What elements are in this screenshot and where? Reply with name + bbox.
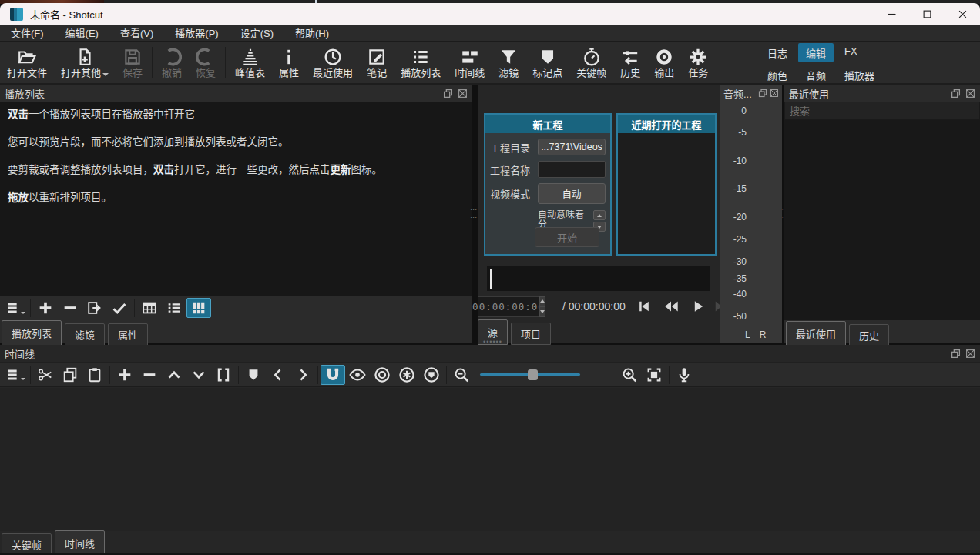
tab-keyframes[interactable]: 关键帧 [2, 533, 52, 555]
float-panel-icon[interactable] [758, 89, 767, 98]
tab-project[interactable]: 项目 [511, 323, 551, 345]
scrub-while-dragging-button[interactable] [345, 365, 370, 385]
copy-button[interactable] [58, 365, 82, 385]
recent-files-list[interactable] [784, 120, 980, 320]
float-panel-icon[interactable] [951, 89, 961, 99]
zoom-fit-button[interactable] [642, 365, 666, 385]
eye-icon [348, 366, 367, 384]
layout-logging-button[interactable]: 日志 [760, 43, 795, 62]
tab-playlist[interactable]: 播放列表 [2, 320, 62, 346]
project-name-input[interactable] [538, 161, 606, 178]
project-folder-button[interactable]: ...7371\Videos [538, 139, 606, 155]
timeline-button[interactable]: 时间线 [448, 45, 492, 80]
zoom-out-button[interactable] [449, 365, 474, 385]
ripple-markers-button[interactable] [419, 365, 444, 385]
menu-player[interactable]: 播放器(P) [164, 25, 229, 40]
scroll-up-button[interactable] [593, 210, 606, 220]
marker-button[interactable] [241, 365, 266, 385]
overwrite-button[interactable] [186, 365, 211, 385]
playhead-cursor[interactable] [490, 269, 492, 289]
timeline-tracks-area[interactable] [0, 388, 980, 531]
ripple-all-tracks-button[interactable] [394, 365, 419, 385]
skip-to-start-button[interactable] [636, 299, 652, 314]
timecode-spinbox[interactable]: 00:00:00:00 [478, 296, 539, 317]
search-input[interactable] [784, 102, 980, 120]
save-button[interactable]: 保存 [116, 45, 149, 80]
layout-player-button[interactable]: 播放器 [837, 65, 882, 85]
layout-color-button[interactable]: 颜色 [760, 65, 795, 85]
open-other-button[interactable]: 打开其他 [54, 45, 116, 80]
export-button[interactable]: 输出 [647, 45, 681, 80]
layout-fx-button[interactable]: FX [837, 43, 865, 62]
peak-meter-label: 峰值表 [235, 68, 265, 79]
fast-rewind-button[interactable] [663, 298, 680, 315]
stopwatch-icon [582, 47, 602, 67]
playlist-menu-button[interactable] [3, 298, 28, 318]
record-audio-button[interactable] [672, 365, 696, 385]
menu-view[interactable]: 查看(V) [109, 25, 164, 40]
lift-button[interactable] [162, 365, 186, 385]
playlist-add-button[interactable] [33, 298, 58, 318]
peak-meter-button[interactable]: 峰值表 [228, 45, 272, 80]
split-button[interactable] [211, 365, 236, 385]
close-panel-icon[interactable] [965, 349, 975, 359]
playlist-ok-button[interactable] [107, 298, 132, 318]
tab-properties[interactable]: 属性 [108, 323, 148, 346]
zoom-in-button[interactable] [617, 365, 642, 385]
properties-button[interactable]: 属性 [272, 45, 306, 80]
keyframes-button[interactable]: 关键帧 [569, 45, 613, 80]
timecode-down-button[interactable] [539, 306, 545, 317]
close-button[interactable] [945, 3, 980, 25]
menu-help[interactable]: 帮助(H) [284, 25, 340, 40]
layout-editing-button[interactable]: 编辑 [798, 43, 834, 62]
timeline-menu-button[interactable] [3, 365, 28, 385]
menu-edit[interactable]: 编辑(E) [55, 25, 109, 40]
jobs-button[interactable]: 任务 [681, 45, 715, 80]
append-button[interactable] [112, 365, 137, 385]
menu-file[interactable]: 文件(F) [0, 25, 55, 40]
markers-button[interactable]: 标记点 [525, 45, 569, 80]
tab-filters[interactable]: 滤镜 [65, 323, 105, 346]
float-panel-icon[interactable] [951, 349, 961, 359]
ripple-delete-button[interactable] [137, 365, 162, 385]
paste-button[interactable] [82, 365, 107, 385]
playlist-tile-view-button[interactable] [162, 298, 186, 318]
close-panel-icon[interactable] [965, 89, 975, 99]
start-button[interactable]: 开始 [535, 227, 599, 247]
timeline-zoom-slider[interactable] [480, 369, 580, 380]
tab-history[interactable]: 历史 [849, 324, 889, 346]
playlist-button[interactable]: 播放列表 [394, 45, 448, 80]
previous-marker-button[interactable] [266, 365, 290, 385]
video-mode-button[interactable]: 自动 [538, 183, 606, 204]
tab-timeline[interactable]: 时间线 [55, 530, 105, 555]
layout-audio-button[interactable]: 音频 [798, 65, 834, 85]
recent-button[interactable]: 最近使用 [306, 45, 360, 80]
play-button[interactable] [690, 299, 706, 314]
menu-settings[interactable]: 设定(S) [230, 25, 284, 40]
maximize-button[interactable] [909, 3, 945, 25]
close-panel-icon[interactable] [770, 89, 779, 98]
minimize-button[interactable] [874, 3, 909, 25]
timecode-up-button[interactable] [539, 296, 545, 307]
filters-button[interactable]: 滤镜 [492, 45, 525, 80]
undo-button[interactable]: 撤销 [155, 45, 189, 80]
player-seekbar[interactable] [487, 266, 710, 291]
slider-handle[interactable] [528, 369, 538, 380]
playlist-update-button[interactable] [82, 298, 107, 318]
playlist-remove-button[interactable] [58, 298, 82, 318]
playlist-icon-view-button[interactable] [186, 298, 211, 318]
float-panel-icon[interactable] [443, 89, 453, 99]
keyframes-label: 关键帧 [576, 68, 606, 79]
playlist-detail-view-button[interactable] [137, 298, 162, 318]
history-button[interactable]: 历史 [613, 45, 647, 80]
tab-recent[interactable]: 最近使用 [786, 321, 846, 346]
next-marker-button[interactable] [290, 365, 315, 385]
ripple-button[interactable] [370, 365, 394, 385]
close-panel-icon[interactable] [458, 89, 468, 99]
redo-button[interactable]: 恢复 [189, 45, 223, 80]
snap-toggle-button[interactable] [321, 365, 345, 385]
open-file-button[interactable]: 打开文件 [0, 45, 54, 80]
cut-button[interactable] [33, 365, 58, 385]
notes-button[interactable]: 笔记 [360, 45, 394, 80]
splitter-handle[interactable]: ⋮⋮ [472, 206, 475, 222]
